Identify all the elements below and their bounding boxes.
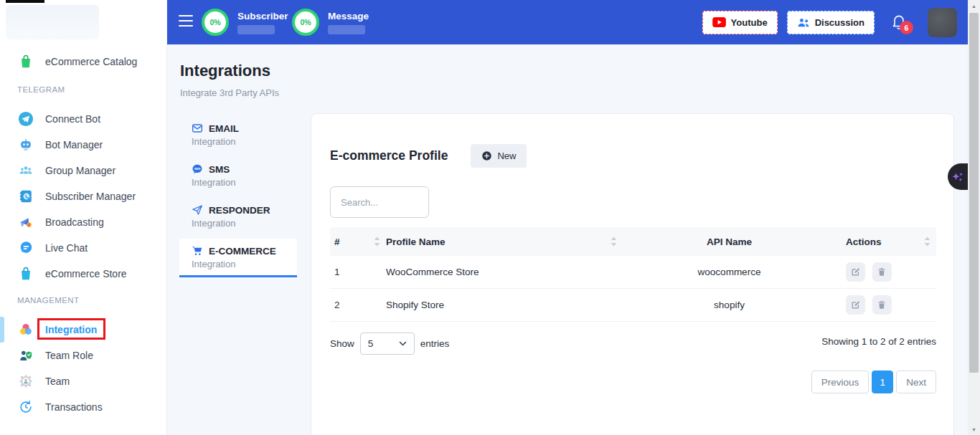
sidebar-item-bot-manager[interactable]: Bot Manager: [0, 132, 166, 158]
page-size-select[interactable]: 5: [360, 333, 415, 355]
search-input[interactable]: [330, 186, 429, 218]
notification-count-badge: 6: [900, 21, 913, 34]
app-window: eCommerce Catalog TELEGRAM Connect Bot B…: [0, 0, 980, 435]
tab-email-integration[interactable]: EMAIL Integration: [179, 116, 297, 155]
sidebar-item-label: Team: [45, 376, 70, 387]
svg-text:SMS: SMS: [194, 167, 201, 171]
sidebar-item-team-role[interactable]: Team Role: [0, 343, 166, 368]
tab-title: EMAIL: [209, 123, 239, 134]
store-bag-icon: [17, 265, 34, 282]
sidebar-item-label: Subscriber Manager: [45, 191, 136, 202]
sort-icon[interactable]: [924, 237, 930, 247]
tab-sms-integration[interactable]: SMS SMS Integration: [179, 157, 297, 196]
show-label: Show: [330, 338, 354, 349]
profile-name-cell: WooCommerce Store: [386, 267, 623, 277]
paper-plane-icon: [192, 204, 203, 216]
sidebar-section-telegram: TELEGRAM: [0, 83, 166, 96]
tab-subtitle: Integration: [192, 218, 285, 229]
row-number: 1: [330, 267, 386, 277]
row-number: 2: [330, 300, 386, 310]
profiles-table: # Profile Name API Name Actions: [330, 227, 936, 322]
sidebar-item-label: eCommerce Catalog: [45, 56, 137, 67]
new-profile-button[interactable]: New: [471, 144, 527, 168]
tab-title: SMS: [209, 164, 230, 175]
sidebar-item-broadcasting[interactable]: Broadcasting: [0, 209, 166, 235]
table-row: 1 WooCommerce Store woocommerce: [330, 256, 936, 289]
scrollbar-thumb[interactable]: [969, 13, 979, 373]
tab-ecommerce-integration[interactable]: E-COMMERCE Integration: [179, 239, 297, 277]
message-stat: 0% Message: [292, 9, 369, 36]
tab-title: E-COMMERCE: [209, 246, 276, 257]
message-stat-label: Message: [328, 11, 369, 21]
table-row: 2 Shopify Store shopify: [330, 289, 936, 322]
discussion-people-icon: [797, 17, 810, 28]
sidebar-item-label: Group Manager: [45, 165, 116, 176]
message-stat-value-redacted: [328, 25, 365, 34]
tab-subtitle: Integration: [192, 259, 285, 269]
sidebar-item-group-manager[interactable]: Group Manager: [0, 158, 166, 183]
message-progress-ring: 0%: [292, 9, 319, 36]
contact-book-icon: [17, 188, 34, 205]
sidebar-item-ecommerce-catalog[interactable]: eCommerce Catalog: [0, 49, 166, 75]
page-subtitle: Integrate 3rd Party APIs: [180, 87, 279, 98]
sidebar-item-ecommerce-store[interactable]: eCommerce Store: [0, 261, 166, 287]
sidebar-item-team[interactable]: Team: [0, 368, 166, 394]
entries-label: entries: [420, 338, 450, 349]
subscriber-progress-ring: 0%: [202, 9, 229, 36]
scrollbar-up-arrow[interactable]: ▲: [968, 0, 980, 11]
scrollbar-down-arrow[interactable]: ▼: [968, 424, 980, 435]
page-title: Integrations: [180, 62, 270, 80]
discussion-button[interactable]: Discussion: [787, 11, 875, 34]
subscriber-stat-value-redacted: [237, 25, 275, 34]
trash-icon: [877, 300, 887, 310]
shopping-bag-icon: [17, 53, 34, 70]
delete-button[interactable]: [872, 295, 892, 315]
sidebar-item-live-chat[interactable]: Live Chat: [0, 235, 166, 261]
subscriber-stat-label: Subscriber: [237, 11, 288, 21]
megaphone-icon: [17, 214, 34, 231]
sidebar-item-connect-bot[interactable]: Connect Bot: [0, 106, 166, 132]
browser-artifact-bar: [6, 0, 44, 3]
delete-button[interactable]: [872, 262, 892, 282]
edit-button[interactable]: [846, 262, 865, 282]
tab-subtitle: Integration: [192, 136, 285, 147]
color-circles-icon: [17, 321, 34, 338]
sort-icon[interactable]: [611, 237, 617, 247]
discussion-button-label: Discussion: [815, 17, 864, 28]
hamburger-menu-icon[interactable]: [179, 15, 193, 27]
notifications-bell[interactable]: 6: [890, 6, 914, 38]
edit-button[interactable]: [846, 295, 865, 315]
user-avatar[interactable]: [928, 8, 957, 37]
previous-page-button[interactable]: Previous: [811, 371, 870, 393]
sparkles-icon: [951, 170, 965, 184]
column-header-actions: Actions: [846, 236, 882, 247]
next-page-button[interactable]: Next: [896, 371, 936, 393]
telegram-icon: [17, 110, 34, 128]
youtube-button[interactable]: Youtube: [702, 11, 778, 34]
app-logo-blurred: [6, 5, 99, 39]
trash-icon: [877, 267, 887, 277]
top-header: 0% Subscriber 0% Message Youtube: [167, 0, 968, 44]
sidebar: eCommerce Catalog TELEGRAM Connect Bot B…: [0, 0, 167, 435]
panel-title: E-commerce Profile: [330, 148, 448, 163]
group-icon: [17, 162, 34, 179]
page-scrollbar[interactable]: ▲ ▼: [968, 0, 980, 435]
tab-responder-integration[interactable]: RESPONDER Integration: [179, 198, 297, 236]
active-item-indicator: [0, 317, 4, 343]
sidebar-item-label: Team Role: [45, 350, 93, 361]
sidebar-item-label: eCommerce Store: [45, 268, 127, 279]
edit-pencil-icon: [850, 267, 861, 277]
envelope-icon: [192, 123, 203, 134]
sidebar-item-label: Bot Manager: [45, 139, 103, 150]
sidebar-item-integration[interactable]: Integration: [0, 317, 166, 343]
sort-icon[interactable]: [374, 237, 380, 247]
current-page-button[interactable]: 1: [872, 371, 893, 393]
sidebar-item-subscriber-manager[interactable]: Subscriber Manager: [0, 183, 166, 209]
ecommerce-profile-card: E-commerce Profile New # Profile Na: [311, 113, 954, 435]
table-header-row: # Profile Name API Name Actions: [330, 227, 936, 256]
sidebar-item-transactions[interactable]: Transactions: [0, 394, 166, 420]
sidebar-section-management: MANAGEMENT: [0, 294, 166, 307]
sidebar-item-label: Live Chat: [45, 242, 88, 254]
page-size-value: 5: [368, 338, 374, 349]
role-shield-icon: [17, 347, 34, 364]
